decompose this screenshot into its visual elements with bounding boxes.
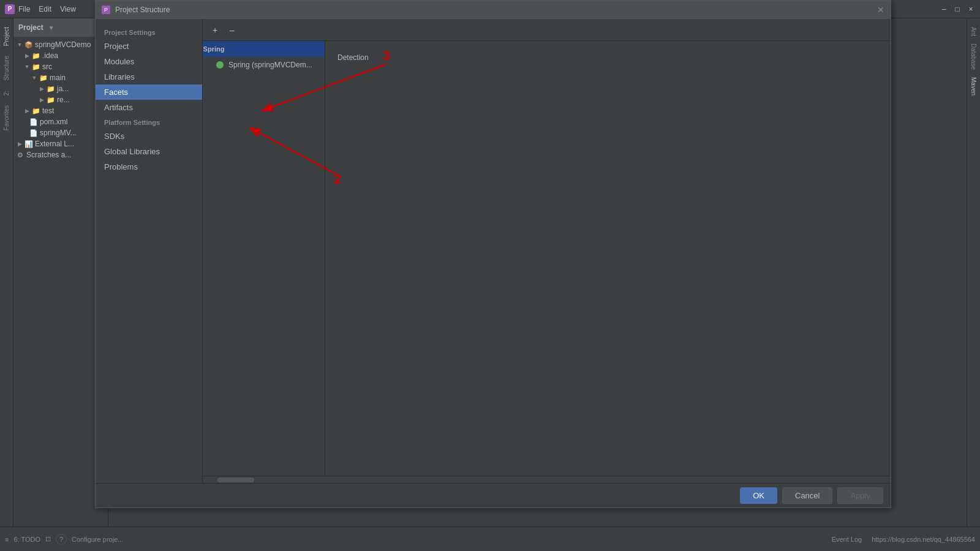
folder-icon: 📁 bbox=[39, 73, 48, 82]
dialog-close-button[interactable]: ✕ bbox=[877, 5, 884, 15]
tree-item-idea[interactable]: ▶ 📁 .idea bbox=[13, 50, 108, 61]
right-sidebar-tabs: Ant Database Maven bbox=[967, 18, 980, 527]
status-bar: ≡ 6: TODO ⊡ ? Configure proje... Event L… bbox=[0, 527, 980, 551]
menu-view[interactable]: View bbox=[60, 5, 76, 13]
settings-item-project[interactable]: Project bbox=[96, 39, 202, 54]
tree-item-pom[interactable]: 📄 pom.xml bbox=[13, 116, 108, 127]
tree-arrow: ▼ bbox=[16, 41, 23, 48]
apply-button[interactable]: Apply bbox=[837, 487, 883, 504]
settings-item-facets[interactable]: Facets bbox=[96, 84, 202, 100]
status-right: Event Log https://blog.csdn.net/qq_44865… bbox=[832, 536, 975, 543]
right-tab-database[interactable]: Database bbox=[969, 40, 978, 73]
folder-icon: 📁 bbox=[32, 51, 40, 60]
tree-item-springmvc-file[interactable]: 📄 springMV... bbox=[13, 127, 108, 138]
window-controls[interactable]: – □ × bbox=[940, 5, 975, 13]
tree-item-scratches[interactable]: ⚙ Scratches a... bbox=[13, 149, 108, 160]
tree-label: test bbox=[42, 107, 54, 115]
facet-item-spring[interactable]: Spring bbox=[203, 41, 325, 57]
platform-settings-section-title: Platform Settings bbox=[96, 115, 202, 129]
menu-bar[interactable]: File Edit View bbox=[18, 5, 76, 13]
tree-label: src bbox=[42, 62, 52, 71]
tree-label: pom.xml bbox=[40, 118, 67, 126]
tree-label: springMVCDemo bbox=[35, 40, 91, 49]
minimize-button[interactable]: – bbox=[940, 5, 948, 13]
terminal-icon: ⊡ bbox=[45, 535, 51, 543]
settings-sidebar: Project Settings Project Modules Librari… bbox=[96, 19, 203, 483]
tree-label: Scratches a... bbox=[26, 151, 71, 159]
help-button[interactable]: ? bbox=[56, 534, 67, 545]
file-icon: 📄 bbox=[29, 129, 38, 137]
spring-leaf-icon bbox=[215, 60, 225, 70]
tree-label: External L... bbox=[35, 140, 74, 148]
close-button[interactable]: × bbox=[967, 5, 975, 13]
project-label: Project bbox=[18, 23, 43, 32]
settings-item-global-libraries[interactable]: Global Libraries bbox=[96, 144, 202, 159]
project-tree: ▼ 📦 springMVCDemo ▶ 📁 .idea ▼ 📁 src ▼ 📁 … bbox=[13, 37, 108, 527]
sidebar-tab-favorites[interactable]: Favorites bbox=[2, 102, 11, 134]
folder-icon: 📁 bbox=[32, 107, 40, 115]
event-log-label[interactable]: Event Log bbox=[832, 536, 862, 543]
facet-item-spring-module[interactable]: Spring (springMVCDem... bbox=[203, 57, 325, 73]
content-toolbar: + – bbox=[203, 19, 891, 41]
settings-item-problems[interactable]: Problems bbox=[96, 159, 202, 174]
status-left: ≡ 6: TODO ⊡ ? Configure proje... bbox=[5, 534, 123, 545]
folder-icon: 📁 bbox=[32, 62, 40, 71]
dialog-title-bar: P Project Structure ✕ bbox=[96, 1, 891, 19]
settings-item-sdks[interactable]: SDKs bbox=[96, 129, 202, 144]
right-tab-maven[interactable]: Maven bbox=[969, 73, 978, 99]
project-dropdown-icon[interactable]: ▼ bbox=[48, 24, 55, 31]
tree-item-main[interactable]: ▼ 📁 main bbox=[13, 72, 108, 83]
settings-item-artifacts[interactable]: Artifacts bbox=[96, 100, 202, 115]
tree-item-test[interactable]: ▶ 📁 test bbox=[13, 105, 108, 116]
maximize-button[interactable]: □ bbox=[953, 5, 962, 13]
sidebar-tab-2[interactable]: 2: bbox=[2, 87, 11, 99]
left-sidebar-tabs: Project Structure 2: Favorites bbox=[0, 18, 13, 527]
settings-item-modules[interactable]: Modules bbox=[96, 54, 202, 69]
cancel-button[interactable]: Cancel bbox=[782, 487, 832, 504]
tree-arrow: ▶ bbox=[23, 52, 31, 59]
facet-detail-area: Detection bbox=[325, 41, 891, 476]
scratches-icon: ⚙ bbox=[16, 151, 24, 159]
sidebar-tab-structure[interactable]: Structure bbox=[2, 52, 11, 84]
dialog-icon: P bbox=[102, 6, 110, 14]
external-libs-icon: 📊 bbox=[24, 140, 33, 148]
app-icon: P bbox=[5, 4, 15, 14]
remove-facet-button[interactable]: – bbox=[225, 23, 239, 37]
scroll-thumb[interactable] bbox=[217, 478, 254, 482]
tree-label: .idea bbox=[42, 51, 58, 60]
project-settings-section-title: Project Settings bbox=[96, 25, 202, 39]
tree-item-springmvcdemo[interactable]: ▼ 📦 springMVCDemo bbox=[13, 39, 108, 50]
dialog-bottom-bar: OK Cancel Apply bbox=[96, 483, 891, 508]
facet-title-label: Spring bbox=[209, 44, 219, 54]
tree-item-src[interactable]: ▼ 📁 src bbox=[13, 61, 108, 72]
todo-label[interactable]: 6: TODO bbox=[13, 536, 40, 543]
facet-item-label: Spring (springMVCDem... bbox=[228, 61, 312, 69]
tree-arrow: ▶ bbox=[16, 140, 23, 148]
tree-item-resources[interactable]: ▶ 📁 re... bbox=[13, 94, 108, 105]
detection-label: Detection bbox=[331, 47, 884, 68]
ok-button[interactable]: OK bbox=[740, 487, 777, 504]
horizontal-scrollbar[interactable] bbox=[203, 476, 891, 483]
dialog-main-content: + – Spring bbox=[203, 19, 891, 483]
menu-file[interactable]: File bbox=[18, 5, 30, 13]
status-url: https://blog.csdn.net/qq_44865564 bbox=[872, 536, 975, 543]
menu-edit[interactable]: Edit bbox=[39, 5, 51, 13]
tree-label: ja... bbox=[57, 84, 69, 93]
settings-item-libraries[interactable]: Libraries bbox=[96, 69, 202, 84]
module-icon: 📦 bbox=[24, 40, 33, 49]
tree-arrow: ▼ bbox=[31, 74, 38, 81]
folder-icon: 📁 bbox=[47, 84, 55, 93]
main-layout: Project Structure 2: Favorites Project ▼… bbox=[0, 18, 980, 527]
tree-arrow: ▶ bbox=[38, 85, 45, 92]
tree-arrow: ▶ bbox=[23, 107, 31, 114]
tree-arrow: ▼ bbox=[23, 63, 31, 70]
sidebar-tab-project[interactable]: Project bbox=[2, 23, 11, 50]
tree-item-external-libs[interactable]: ▶ 📊 External L... bbox=[13, 138, 108, 149]
project-panel: Project ▼ ▼ 📦 springMVCDemo ▶ 📁 .idea ▼ … bbox=[13, 18, 108, 527]
tree-label: re... bbox=[57, 96, 70, 104]
tree-item-java[interactable]: ▶ 📁 ja... bbox=[13, 83, 108, 94]
tree-arrow: ▶ bbox=[38, 96, 45, 103]
right-tab-ant[interactable]: Ant bbox=[969, 23, 978, 40]
dialog-body: Project Settings Project Modules Librari… bbox=[96, 19, 891, 483]
add-facet-button[interactable]: + bbox=[208, 23, 222, 37]
